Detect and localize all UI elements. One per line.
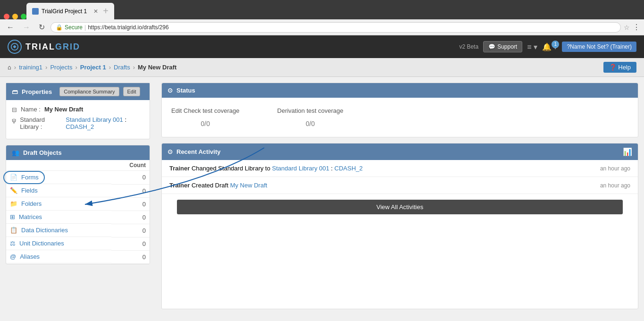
chart-icon[interactable]: 📊 [623,147,632,156]
notification-btn[interactable]: 🔔 1 ▾ [542,42,557,51]
browser-tab[interactable]: TrialGrid Project 1 ✕ + [26,3,114,19]
name-icon: ⊟ [12,106,17,113]
status-header: ⊙ Status [162,83,638,98]
logo-text: TRIALGRID [25,42,80,52]
fields-link[interactable]: Fields [21,187,38,194]
view-all-btn[interactable]: View All Activities [177,200,623,214]
v2-badge: v2 Beta [459,43,478,50]
properties-header: 🗃 Properties Compliance Summary Edit [6,83,150,100]
menu-dropdown-btn[interactable]: ≡ ▾ [527,42,537,51]
breadcrumb-project[interactable]: Project 1 [80,64,106,71]
support-icon: 💬 [488,43,495,50]
forms-link[interactable]: Forms [21,174,39,181]
help-btn[interactable]: ❓ Help [603,62,636,73]
table-row: ✏️ Fields 0 [6,184,150,197]
recent-activity-card: ⊙ Recent Activity 📊 Trainer Changed Stan… [161,143,638,309]
draft-objects-header: 👥 Draft Objects [6,145,150,160]
window-max-btn[interactable] [21,14,26,19]
activity-icon: ⊙ [167,148,173,155]
folders-link[interactable]: Folders [21,200,42,207]
properties-body: ⊟ Name : My New Draft ψ Standard Library… [6,100,150,139]
table-row: 📁 Folders 0 [6,197,150,211]
bookmark-btn[interactable]: ☆ [624,24,630,31]
compliance-summary-btn[interactable]: Compliance Summary [59,87,119,96]
matrices-cell: ⊞ Matrices [6,211,111,224]
fields-cell: ✏️ Fields [6,184,111,197]
activity-time-2: an hour ago [600,182,630,189]
matrices-link[interactable]: Matrices [19,213,42,220]
user-menu-btn[interactable]: ?Name Not Set? (Trainer) [562,42,636,52]
fields-count: 0 [111,184,150,197]
forms-count: 0 [111,171,150,185]
activity-link-1a[interactable]: Standard Library 001 [272,165,329,172]
folders-cell: 📁 Folders [6,197,111,211]
back-btn[interactable]: ← [4,22,17,33]
new-tab-btn[interactable]: + [103,6,109,17]
aliases-link[interactable]: Aliases [20,253,40,260]
activity-time-1: an hour ago [600,165,630,172]
tab-close-btn[interactable]: ✕ [93,8,98,15]
col-item [6,160,111,171]
table-row: ⊞ Matrices 0 [6,211,150,224]
logo-trial: TRIAL [25,42,55,51]
derivation-coverage: Derivation test coverage 0/0 [277,107,343,127]
breadcrumb-current: My New Draft [138,64,176,71]
secure-label: Secure [65,24,83,31]
forms-icon: 📄 [10,174,17,181]
table-row: 📄 Forms 0 [6,171,150,185]
window-min-btn[interactable] [12,14,18,19]
table-row: 📋 Data Dictionaries 0 [6,224,150,237]
fields-icon: ✏️ [10,187,17,194]
help-icon: ❓ [609,64,617,71]
sep1: › [14,64,16,71]
window-close-btn[interactable] [4,14,9,19]
prop-name-label: Name : [21,106,41,113]
matrices-count: 0 [111,211,150,224]
activity-link-2a[interactable]: My New Draft [230,182,268,189]
folders-icon: 📁 [10,200,17,207]
library-link1[interactable]: Standard Library 001 [66,116,123,123]
aliases-count: 0 [111,250,150,263]
notification-badge: 1 [552,41,559,48]
forms-cell: 📄 Forms [6,171,111,184]
unit-dict-link[interactable]: Unit Dictionaries [19,240,64,247]
prop-name-row: ⊟ Name : My New Draft [12,106,144,113]
breadcrumb-drafts[interactable]: Drafts [114,64,130,71]
help-label: Help [618,64,631,71]
status-title: Status [176,87,195,94]
activity-link-1b[interactable]: CDASH_2 [335,165,363,172]
draft-table: Count 📄 Forms [6,160,150,264]
draft-title: Draft Objects [23,149,62,156]
address-bar[interactable]: 🔒 Secure | https://beta.trialgrid.io/dra… [50,22,621,33]
sep2: › [45,64,47,71]
support-btn[interactable]: 💬 Support [483,41,522,52]
left-panel: 🗃 Properties Compliance Summary Edit ⊟ N… [0,77,156,315]
browser-menu-btn[interactable]: ⋮ [633,23,640,32]
home-icon[interactable]: ⌂ [8,64,11,71]
data-dict-cell: 📋 Data Dictionaries [6,224,111,237]
edit-btn[interactable]: Edit [123,87,141,96]
sep3: › [75,64,77,71]
activity-body: Trainer Changed Standard Library to Stan… [162,160,638,224]
activity-action-1: Changed Standard Library to [192,165,272,172]
unit-dict-count: 0 [111,237,150,250]
breadcrumb-training[interactable]: training1 [19,64,42,71]
activity-user-2: Trainer [169,182,190,189]
browser-chrome: TrialGrid Project 1 ✕ + [0,0,644,19]
prop-library-row: ψ Standard Library : Standard Library 00… [12,116,144,130]
support-label: Support [497,43,517,50]
list-item: Trainer Created Draft My New Draft an ho… [162,177,638,194]
activity-text-2: Trainer Created Draft My New Draft [169,182,267,189]
edit-check-coverage: Edit Check test coverage 0/0 [171,107,240,127]
draft-table-wrapper: Count 📄 Forms [6,160,150,264]
library-separator: : [125,116,126,123]
library-link2[interactable]: CDASH_2 [66,123,94,130]
breadcrumb-projects[interactable]: Projects [50,64,72,71]
forward-btn[interactable]: → [20,22,33,33]
refresh-btn[interactable]: ↻ [36,22,48,33]
table-row: ⚖ Unit Dictionaries 0 [6,237,150,250]
matrices-icon: ⊞ [10,213,15,220]
data-dict-link[interactable]: Data Dictionaries [21,227,68,234]
activity-header: ⊙ Recent Activity 📊 [162,144,638,160]
edit-check-label: Edit Check test coverage [171,107,240,114]
